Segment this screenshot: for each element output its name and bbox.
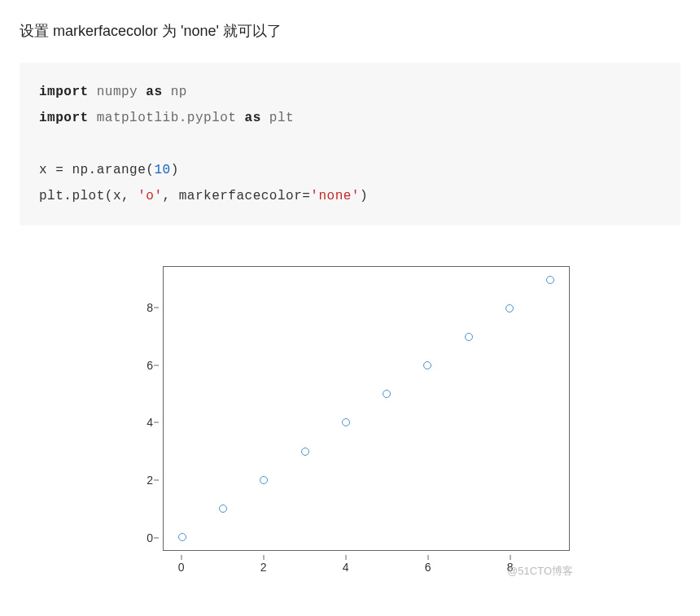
code-mod: matplotlib.pyplot: [89, 111, 245, 125]
code-text: x = np.arange(: [39, 163, 154, 177]
data-marker: [219, 505, 227, 513]
y-tick-label: 8: [147, 301, 153, 314]
x-tick-label: 0: [178, 561, 185, 574]
data-marker: [301, 448, 309, 456]
code-block: import numpy as np import matplotlib.pyp…: [20, 63, 680, 225]
data-marker: [342, 418, 350, 426]
code-kw: import: [39, 111, 89, 125]
y-tick-label: 6: [147, 359, 153, 372]
x-tick-label: 4: [343, 561, 349, 574]
code-str: 'none': [310, 189, 360, 203]
code-text: ): [360, 189, 368, 203]
x-tick-label: 2: [260, 561, 267, 574]
code-kw: import: [39, 85, 89, 99]
data-marker: [505, 304, 514, 312]
data-marker: [465, 333, 473, 341]
x-tick-label: 8: [507, 561, 514, 574]
data-marker: [178, 533, 186, 541]
y-tick-label: 4: [147, 416, 153, 429]
scatter-chart: 02468 02468 @51CTO博客: [122, 258, 578, 583]
y-axis-ticks: 02468: [122, 266, 158, 551]
code-alias: plt: [261, 111, 294, 125]
data-marker: [383, 390, 391, 398]
code-text: , markerfacecolor=: [163, 189, 311, 203]
code-alias: np: [163, 85, 187, 99]
data-marker: [423, 361, 431, 369]
intro-text: 设置 markerfacecolor 为 'none' 就可以了: [20, 20, 680, 43]
y-tick-label: 2: [147, 474, 153, 487]
chart-container: 02468 02468 @51CTO博客: [20, 258, 680, 583]
code-text: plt.plot(x,: [39, 189, 138, 203]
x-tick-label: 6: [425, 561, 431, 574]
code-kw: as: [146, 85, 162, 99]
plot-area: [163, 266, 570, 551]
code-kw: as: [245, 111, 261, 125]
code-num: 10: [154, 163, 170, 177]
x-axis-ticks: 02468: [163, 556, 570, 583]
code-str: 'o': [138, 189, 162, 203]
y-tick-label: 0: [147, 531, 153, 544]
code-mod: numpy: [89, 85, 147, 99]
data-marker: [546, 276, 554, 284]
data-marker: [260, 476, 268, 484]
code-text: ): [171, 163, 179, 177]
